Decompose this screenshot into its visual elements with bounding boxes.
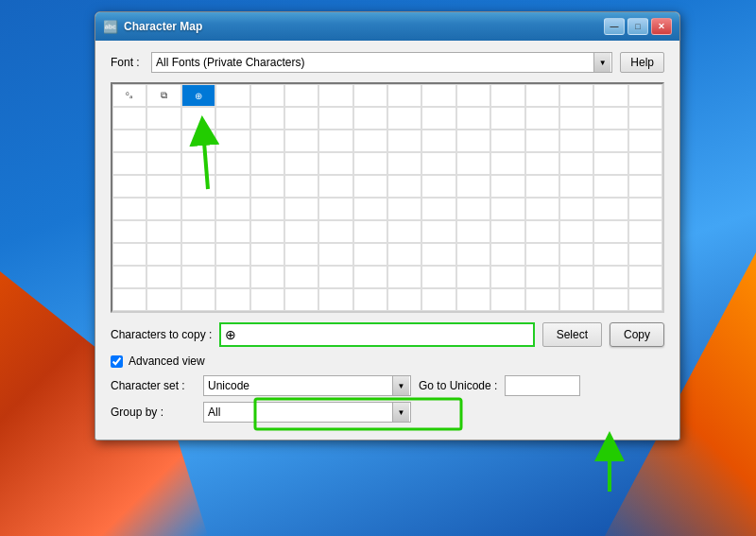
char-cell[interactable] (215, 243, 249, 266)
char-cell[interactable] (456, 288, 490, 311)
char-cell[interactable] (250, 198, 284, 220)
char-cell[interactable] (146, 266, 180, 288)
char-cell[interactable] (250, 220, 284, 243)
char-cell[interactable] (250, 175, 284, 198)
char-cell[interactable] (181, 175, 215, 198)
char-cell[interactable] (387, 198, 421, 220)
char-cell[interactable] (421, 220, 455, 243)
char-cell[interactable] (559, 152, 593, 175)
char-cell[interactable] (215, 107, 249, 130)
char-cell[interactable] (421, 175, 455, 198)
char-cell[interactable] (112, 130, 146, 152)
char-cell[interactable] (456, 198, 490, 220)
char-cell[interactable] (181, 107, 215, 130)
char-cell[interactable] (628, 198, 662, 220)
char-cell[interactable] (559, 130, 593, 152)
char-cell[interactable] (215, 84, 249, 107)
char-cell[interactable] (284, 152, 318, 175)
char-cell[interactable] (353, 266, 387, 288)
char-cell[interactable] (490, 198, 524, 220)
font-select[interactable]: All Fonts (Private Characters) (151, 52, 612, 73)
char-cell[interactable] (387, 266, 421, 288)
char-cell[interactable] (490, 130, 524, 152)
char-cell[interactable] (628, 130, 662, 152)
char-cell[interactable] (318, 152, 352, 175)
char-cell[interactable] (318, 84, 352, 107)
help-button[interactable]: Help (620, 52, 664, 73)
char-cell[interactable] (525, 266, 559, 288)
char-cell[interactable] (146, 130, 180, 152)
char-cell[interactable] (284, 107, 318, 130)
char-cell[interactable] (112, 152, 146, 175)
char-cell[interactable] (215, 175, 249, 198)
char-cell[interactable] (525, 130, 559, 152)
char-cell[interactable] (318, 220, 352, 243)
char-cell[interactable] (421, 84, 455, 107)
char-cell[interactable] (250, 130, 284, 152)
char-cell[interactable] (353, 84, 387, 107)
char-cell[interactable] (181, 220, 215, 243)
char-cell[interactable] (318, 175, 352, 198)
char-cell[interactable] (559, 107, 593, 130)
char-cell[interactable] (456, 152, 490, 175)
char-cell[interactable] (318, 266, 352, 288)
char-cell[interactable] (112, 175, 146, 198)
char-cell[interactable] (387, 175, 421, 198)
char-cell[interactable] (250, 107, 284, 130)
char-cell[interactable] (215, 220, 249, 243)
char-cell[interactable] (353, 175, 387, 198)
char-cell[interactable] (387, 130, 421, 152)
char-cell[interactable] (284, 198, 318, 220)
char-cell[interactable] (421, 266, 455, 288)
char-cell[interactable] (559, 220, 593, 243)
char-cell[interactable] (112, 220, 146, 243)
char-cell[interactable] (284, 175, 318, 198)
char-cell[interactable] (559, 266, 593, 288)
char-cell[interactable] (559, 288, 593, 311)
char-cell[interactable] (112, 107, 146, 130)
char-cell[interactable] (559, 198, 593, 220)
char-cell[interactable] (215, 130, 249, 152)
char-cell[interactable] (387, 152, 421, 175)
char-cell[interactable] (353, 130, 387, 152)
char-cell[interactable] (593, 266, 627, 288)
char-cell[interactable] (490, 107, 524, 130)
char-cell[interactable] (284, 84, 318, 107)
char-cell[interactable] (593, 243, 627, 266)
char-cell[interactable] (456, 175, 490, 198)
char-cell[interactable] (593, 107, 627, 130)
char-cell[interactable] (112, 243, 146, 266)
char-cell[interactable] (387, 84, 421, 107)
char-cell[interactable] (593, 198, 627, 220)
char-cell[interactable] (215, 198, 249, 220)
close-button[interactable]: ✕ (651, 18, 672, 35)
char-cell[interactable] (525, 175, 559, 198)
char-cell[interactable] (628, 152, 662, 175)
char-cell[interactable] (593, 130, 627, 152)
char-cell[interactable] (387, 220, 421, 243)
char-cell[interactable] (250, 84, 284, 107)
char-cell[interactable] (525, 243, 559, 266)
char-cell[interactable] (387, 107, 421, 130)
goto-unicode-input[interactable] (505, 375, 580, 396)
copy-button[interactable]: Copy (610, 322, 664, 347)
char-cell[interactable] (628, 220, 662, 243)
char-cell[interactable]: ⧉ (146, 84, 180, 107)
char-cell[interactable] (421, 198, 455, 220)
char-cell[interactable] (421, 152, 455, 175)
char-cell[interactable] (181, 152, 215, 175)
char-cell[interactable] (490, 288, 524, 311)
char-cell[interactable] (250, 266, 284, 288)
char-cell[interactable] (353, 152, 387, 175)
char-cell[interactable] (353, 107, 387, 130)
char-cell[interactable] (250, 243, 284, 266)
char-cell[interactable] (456, 84, 490, 107)
char-cell[interactable] (490, 84, 524, 107)
char-cell[interactable] (421, 243, 455, 266)
char-cell[interactable] (628, 107, 662, 130)
char-cell[interactable] (628, 175, 662, 198)
char-cell[interactable] (628, 266, 662, 288)
char-cell[interactable] (146, 288, 180, 311)
char-cell[interactable] (490, 220, 524, 243)
char-cell[interactable] (284, 288, 318, 311)
